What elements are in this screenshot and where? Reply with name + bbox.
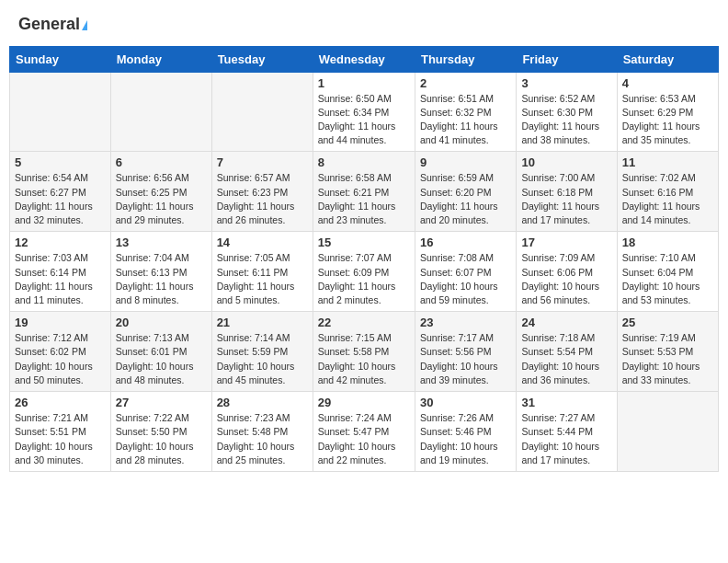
day-info: Sunrise: 7:27 AM Sunset: 5:44 PM Dayligh… — [521, 411, 611, 467]
day-cell: 28Sunrise: 7:23 AM Sunset: 5:48 PM Dayli… — [211, 392, 313, 472]
day-info: Sunrise: 7:07 AM Sunset: 6:09 PM Dayligh… — [318, 251, 410, 307]
day-number: 27 — [116, 396, 207, 409]
day-number: 11 — [622, 155, 713, 169]
day-number: 2 — [420, 76, 511, 90]
day-cell: 29Sunrise: 7:24 AM Sunset: 5:47 PM Dayli… — [313, 392, 415, 472]
day-number: 12 — [15, 236, 106, 249]
column-header-monday: Monday — [110, 46, 211, 72]
day-info: Sunrise: 7:09 AM Sunset: 6:06 PM Dayligh… — [521, 251, 611, 307]
day-cell: 3Sunrise: 6:52 AM Sunset: 6:30 PM Daylig… — [517, 72, 617, 152]
day-number: 30 — [420, 396, 511, 409]
day-cell — [10, 72, 111, 152]
day-info: Sunrise: 7:12 AM Sunset: 6:02 PM Dayligh… — [15, 331, 106, 387]
day-number: 3 — [521, 76, 611, 90]
day-cell: 13Sunrise: 7:04 AM Sunset: 6:13 PM Dayli… — [110, 232, 211, 312]
day-number: 26 — [15, 396, 106, 409]
day-number: 17 — [521, 236, 611, 249]
day-cell: 10Sunrise: 7:00 AM Sunset: 6:18 PM Dayli… — [517, 152, 617, 232]
day-cell: 16Sunrise: 7:08 AM Sunset: 6:07 PM Dayli… — [415, 232, 516, 312]
day-number: 1 — [318, 76, 410, 90]
column-header-sunday: Sunday — [10, 46, 111, 72]
day-cell: 24Sunrise: 7:18 AM Sunset: 5:54 PM Dayli… — [517, 312, 617, 392]
day-info: Sunrise: 6:53 AM Sunset: 6:29 PM Dayligh… — [622, 92, 713, 148]
day-number: 28 — [217, 396, 308, 409]
day-cell: 21Sunrise: 7:14 AM Sunset: 5:59 PM Dayli… — [211, 312, 313, 392]
day-number: 8 — [318, 155, 410, 169]
day-info: Sunrise: 6:58 AM Sunset: 6:21 PM Dayligh… — [318, 171, 410, 227]
day-info: Sunrise: 7:04 AM Sunset: 6:13 PM Dayligh… — [116, 251, 207, 307]
column-header-wednesday: Wednesday — [313, 46, 415, 72]
day-info: Sunrise: 7:26 AM Sunset: 5:46 PM Dayligh… — [420, 411, 511, 467]
week-row-4: 19Sunrise: 7:12 AM Sunset: 6:02 PM Dayli… — [10, 312, 719, 392]
column-header-thursday: Thursday — [415, 46, 516, 72]
day-info: Sunrise: 6:59 AM Sunset: 6:20 PM Dayligh… — [420, 171, 511, 227]
day-number: 6 — [116, 155, 207, 169]
day-cell: 2Sunrise: 6:51 AM Sunset: 6:32 PM Daylig… — [415, 72, 516, 152]
day-cell: 26Sunrise: 7:21 AM Sunset: 5:51 PM Dayli… — [10, 392, 111, 472]
column-header-saturday: Saturday — [617, 46, 718, 72]
day-number: 7 — [217, 155, 308, 169]
day-info: Sunrise: 7:08 AM Sunset: 6:07 PM Dayligh… — [420, 251, 511, 307]
day-info: Sunrise: 6:56 AM Sunset: 6:25 PM Dayligh… — [116, 171, 207, 227]
day-info: Sunrise: 7:24 AM Sunset: 5:47 PM Dayligh… — [318, 411, 410, 467]
day-number: 14 — [217, 236, 308, 249]
day-info: Sunrise: 6:51 AM Sunset: 6:32 PM Dayligh… — [420, 92, 511, 148]
day-info: Sunrise: 7:15 AM Sunset: 5:58 PM Dayligh… — [318, 331, 410, 387]
day-cell: 1Sunrise: 6:50 AM Sunset: 6:34 PM Daylig… — [313, 72, 415, 152]
day-number: 18 — [622, 236, 713, 249]
day-info: Sunrise: 7:02 AM Sunset: 6:16 PM Dayligh… — [622, 171, 713, 227]
week-row-2: 5Sunrise: 6:54 AM Sunset: 6:27 PM Daylig… — [10, 152, 719, 232]
day-number: 5 — [15, 155, 106, 169]
day-info: Sunrise: 7:19 AM Sunset: 5:53 PM Dayligh… — [622, 331, 713, 387]
day-cell: 18Sunrise: 7:10 AM Sunset: 6:04 PM Dayli… — [617, 232, 718, 312]
day-info: Sunrise: 6:50 AM Sunset: 6:34 PM Dayligh… — [318, 92, 410, 148]
day-number: 10 — [521, 155, 611, 169]
day-info: Sunrise: 7:18 AM Sunset: 5:54 PM Dayligh… — [521, 331, 611, 387]
day-cell: 30Sunrise: 7:26 AM Sunset: 5:46 PM Dayli… — [415, 392, 516, 472]
day-number: 24 — [521, 316, 611, 329]
column-header-tuesday: Tuesday — [211, 46, 313, 72]
day-number: 21 — [217, 316, 308, 329]
day-info: Sunrise: 7:23 AM Sunset: 5:48 PM Dayligh… — [217, 411, 308, 467]
day-number: 31 — [521, 396, 611, 409]
day-cell: 22Sunrise: 7:15 AM Sunset: 5:58 PM Dayli… — [313, 312, 415, 392]
day-cell: 20Sunrise: 7:13 AM Sunset: 6:01 PM Dayli… — [110, 312, 211, 392]
day-cell: 31Sunrise: 7:27 AM Sunset: 5:44 PM Dayli… — [517, 392, 617, 472]
day-info: Sunrise: 7:21 AM Sunset: 5:51 PM Dayligh… — [15, 411, 106, 467]
day-cell: 14Sunrise: 7:05 AM Sunset: 6:11 PM Dayli… — [211, 232, 313, 312]
header-row: SundayMondayTuesdayWednesdayThursdayFrid… — [10, 46, 719, 72]
day-info: Sunrise: 7:05 AM Sunset: 6:11 PM Dayligh… — [217, 251, 308, 307]
day-info: Sunrise: 7:17 AM Sunset: 5:56 PM Dayligh… — [420, 331, 511, 387]
day-number: 9 — [420, 155, 511, 169]
week-row-3: 12Sunrise: 7:03 AM Sunset: 6:14 PM Dayli… — [10, 232, 719, 312]
day-cell — [110, 72, 211, 152]
day-info: Sunrise: 7:14 AM Sunset: 5:59 PM Dayligh… — [217, 331, 308, 387]
day-info: Sunrise: 6:54 AM Sunset: 6:27 PM Dayligh… — [15, 171, 106, 227]
day-cell: 27Sunrise: 7:22 AM Sunset: 5:50 PM Dayli… — [110, 392, 211, 472]
day-cell: 11Sunrise: 7:02 AM Sunset: 6:16 PM Dayli… — [617, 152, 718, 232]
day-cell: 15Sunrise: 7:07 AM Sunset: 6:09 PM Dayli… — [313, 232, 415, 312]
day-cell — [617, 392, 718, 472]
calendar-table: SundayMondayTuesdayWednesdayThursdayFrid… — [9, 46, 719, 472]
day-cell — [211, 72, 313, 152]
day-info: Sunrise: 7:22 AM Sunset: 5:50 PM Dayligh… — [116, 411, 207, 467]
day-cell: 5Sunrise: 6:54 AM Sunset: 6:27 PM Daylig… — [10, 152, 111, 232]
day-info: Sunrise: 7:13 AM Sunset: 6:01 PM Dayligh… — [116, 331, 207, 387]
day-number: 25 — [622, 316, 713, 329]
week-row-1: 1Sunrise: 6:50 AM Sunset: 6:34 PM Daylig… — [10, 72, 719, 152]
column-header-friday: Friday — [517, 46, 617, 72]
day-number: 4 — [622, 76, 713, 90]
day-info: Sunrise: 6:57 AM Sunset: 6:23 PM Dayligh… — [217, 171, 308, 227]
day-cell: 19Sunrise: 7:12 AM Sunset: 6:02 PM Dayli… — [10, 312, 111, 392]
day-cell: 17Sunrise: 7:09 AM Sunset: 6:06 PM Dayli… — [517, 232, 617, 312]
page-header: General — [9, 9, 719, 40]
week-row-5: 26Sunrise: 7:21 AM Sunset: 5:51 PM Dayli… — [10, 392, 719, 472]
day-info: Sunrise: 7:03 AM Sunset: 6:14 PM Dayligh… — [15, 251, 106, 307]
day-cell: 9Sunrise: 6:59 AM Sunset: 6:20 PM Daylig… — [415, 152, 516, 232]
day-cell: 25Sunrise: 7:19 AM Sunset: 5:53 PM Dayli… — [617, 312, 718, 392]
day-number: 13 — [116, 236, 207, 249]
day-cell: 7Sunrise: 6:57 AM Sunset: 6:23 PM Daylig… — [211, 152, 313, 232]
day-cell: 6Sunrise: 6:56 AM Sunset: 6:25 PM Daylig… — [110, 152, 211, 232]
day-cell: 23Sunrise: 7:17 AM Sunset: 5:56 PM Dayli… — [415, 312, 516, 392]
day-cell: 12Sunrise: 7:03 AM Sunset: 6:14 PM Dayli… — [10, 232, 111, 312]
